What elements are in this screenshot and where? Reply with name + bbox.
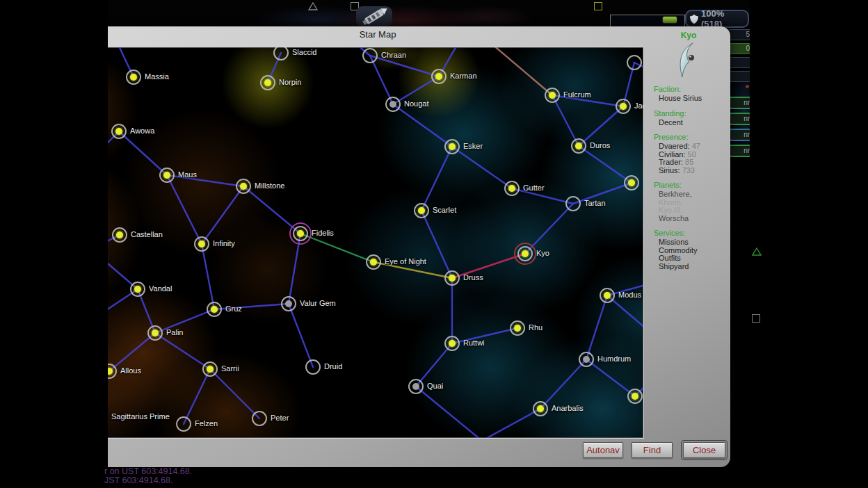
system-dot bbox=[207, 366, 214, 373]
system-label: Felzen bbox=[195, 419, 218, 428]
system-label: Humdrum bbox=[597, 355, 631, 363]
map-system-nougat[interactable]: Nougat bbox=[385, 97, 401, 112]
system-label: Infinity bbox=[213, 239, 235, 247]
map-system-felzen[interactable]: Felzen bbox=[176, 416, 191, 432]
map-system-humdrum[interactable]: Humdrum bbox=[579, 352, 594, 367]
ship-icon bbox=[356, 6, 392, 26]
map-system-kyo[interactable]: Kyo bbox=[517, 246, 533, 261]
map-system-modus-m[interactable]: Modus M bbox=[600, 288, 615, 303]
map-system-druid[interactable]: Druid bbox=[305, 359, 321, 375]
system-label: Maus bbox=[178, 170, 197, 179]
map-system-gruz[interactable]: Gruz bbox=[207, 302, 222, 317]
map-system-tartan[interactable]: Tartan bbox=[565, 196, 581, 211]
system-dot bbox=[367, 52, 373, 59]
system-label: Eye of Night bbox=[385, 257, 426, 266]
system-dot bbox=[115, 128, 122, 135]
house-sirius-logo-icon bbox=[647, 42, 730, 79]
map-system-scarlet[interactable]: Scarlet bbox=[414, 203, 429, 218]
letterbox-right bbox=[750, 0, 868, 488]
system-label: Peter bbox=[271, 414, 289, 422]
map-system-f[interactable]: F bbox=[624, 175, 639, 190]
system-label: Slaccid bbox=[292, 48, 316, 56]
system-label: Kyo bbox=[536, 249, 549, 257]
map-system-norpin[interactable]: Norpin bbox=[260, 75, 275, 90]
presence-row: Sirius: 733 bbox=[659, 167, 730, 175]
letterbox-left bbox=[0, 0, 108, 488]
system-label: Quai bbox=[427, 382, 443, 390]
system-dot bbox=[370, 259, 377, 266]
system-dot bbox=[198, 241, 205, 247]
system-label: Druid bbox=[324, 362, 342, 371]
map-system-awowa[interactable]: Awowa bbox=[111, 124, 127, 139]
faction-header: Faction: bbox=[647, 86, 730, 93]
system-dot bbox=[583, 356, 590, 363]
system-label: Druss bbox=[463, 273, 483, 282]
map-system-slaccid[interactable]: Slaccid bbox=[273, 47, 289, 60]
status-led bbox=[662, 16, 677, 24]
hud-indicator-dot bbox=[746, 85, 749, 88]
map-system-chraan[interactable]: Chraan bbox=[362, 48, 378, 63]
log-line: JST 603:4914.68. bbox=[104, 476, 192, 485]
system-label: Ruttwi bbox=[463, 339, 485, 347]
system-info-sidebar: Kyo Faction: House Sirius Standing: Dece… bbox=[647, 32, 730, 270]
system-nodes: MassiaSlaccidNorpinChraanKarmanNougatFul… bbox=[39, 47, 643, 438]
find-button[interactable]: Find bbox=[632, 442, 673, 458]
map-system-esker[interactable]: Esker bbox=[444, 139, 460, 154]
map-system-millstone[interactable]: Millstone bbox=[236, 179, 251, 194]
radar-green-triangle-icon bbox=[752, 247, 762, 256]
map-system-maus[interactable]: Maus bbox=[159, 168, 175, 183]
map-system-peter[interactable]: Peter bbox=[252, 411, 267, 426]
system-dot bbox=[570, 200, 577, 207]
map-system-massia[interactable]: Massia bbox=[126, 70, 141, 85]
map-system-karman[interactable]: Karman bbox=[431, 69, 447, 84]
services-header: Services: bbox=[647, 229, 730, 237]
system-dot bbox=[116, 231, 123, 238]
star-map-view[interactable]: MassiaSlaccidNorpinChraanKarmanNougatFul… bbox=[39, 47, 643, 438]
system-dot bbox=[278, 49, 284, 56]
system-label: Palin bbox=[166, 328, 183, 336]
map-system-unnamed[interactable] bbox=[627, 55, 642, 70]
system-dot bbox=[134, 286, 141, 293]
map-system-druss[interactable]: Druss bbox=[444, 270, 460, 286]
map-system-sagittarius-prime[interactable]: Sagittarius Prime bbox=[111, 409, 170, 422]
map-system-valur-gem[interactable]: Valur Gem bbox=[281, 296, 296, 311]
map-system-infinity[interactable]: Infinity bbox=[194, 236, 209, 252]
map-system-duros[interactable]: Duros bbox=[571, 138, 586, 154]
map-system-sarrii[interactable]: Sarrii bbox=[202, 361, 218, 377]
system-label: Sarrii bbox=[221, 364, 239, 373]
map-system-ruttwi[interactable]: Ruttwi bbox=[444, 336, 460, 351]
map-system-gutter[interactable]: Gutter bbox=[504, 181, 520, 196]
faction-value: House Sirius bbox=[647, 95, 730, 103]
star-map-dialog: Star Map MassiaSlaccidNorpinChraanKarman… bbox=[25, 26, 730, 467]
system-dot bbox=[435, 73, 442, 80]
selection-square-icon bbox=[594, 2, 602, 10]
close-button[interactable]: Close bbox=[683, 442, 725, 458]
system-label: Gutter bbox=[523, 184, 545, 192]
system-label: Millstone bbox=[255, 181, 284, 190]
map-system-fulcrum[interactable]: Fulcrum bbox=[545, 88, 560, 103]
map-system-vandal[interactable]: Vandal bbox=[130, 282, 145, 297]
radar-gray-square-icon bbox=[752, 314, 760, 323]
map-system-castellan[interactable]: Castellan bbox=[112, 227, 127, 243]
map-system-jac[interactable]: Jac bbox=[616, 99, 631, 114]
system-dot bbox=[449, 143, 456, 150]
system-dot bbox=[389, 101, 396, 108]
system-dot bbox=[449, 275, 456, 282]
map-system-quai[interactable]: Quai bbox=[408, 379, 424, 394]
map-system-eye-of-night[interactable]: Eye of Night bbox=[366, 254, 381, 270]
system-dot bbox=[549, 92, 556, 99]
system-dot bbox=[297, 230, 304, 237]
map-system-unnamed[interactable] bbox=[627, 389, 643, 404]
map-system-anarbalis[interactable]: Anarbalis bbox=[533, 401, 548, 416]
map-system-fidelis[interactable]: Fidelis bbox=[293, 226, 308, 241]
system-dot bbox=[631, 59, 638, 66]
shield-icon bbox=[690, 14, 698, 24]
autonav-button[interactable]: Autonav bbox=[583, 442, 623, 458]
services-list: MissionsCommodityOutfitsShipyard bbox=[647, 238, 730, 270]
system-label: Jac bbox=[634, 101, 643, 110]
map-system-palin[interactable]: Palin bbox=[147, 325, 163, 341]
dialog-title[interactable]: Star Map bbox=[25, 26, 730, 42]
system-dot bbox=[152, 330, 159, 336]
system-dot bbox=[620, 103, 627, 110]
map-system-rhu[interactable]: Rhu bbox=[510, 320, 525, 336]
